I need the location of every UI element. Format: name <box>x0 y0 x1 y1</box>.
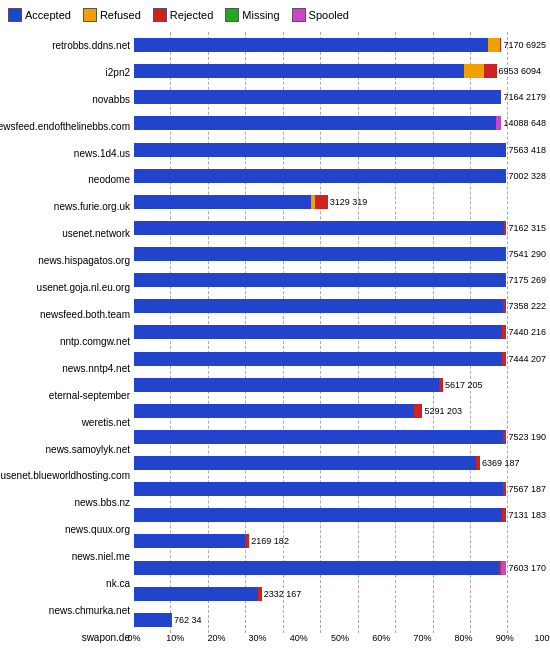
bar-accepted <box>134 90 501 104</box>
x-tick: 60% <box>372 633 390 643</box>
legend-label-rejected: Rejected <box>170 9 213 21</box>
bar-value-label: 3129 319 <box>330 197 368 207</box>
bar-value-label: 7567 187 <box>508 484 546 494</box>
bar-accepted <box>134 587 258 601</box>
bar-value-label: 7164 2179 <box>503 92 546 102</box>
y-label: i2pn2 <box>4 63 134 81</box>
bar-value-label: 6953 6094 <box>499 66 542 76</box>
bar-rejected <box>476 456 480 470</box>
legend-color-spooled <box>292 8 306 22</box>
bar-value-label: 7603 170 <box>508 563 546 573</box>
legend: AcceptedRefusedRejectedMissingSpooled <box>4 8 546 22</box>
bar-rejected <box>315 195 327 209</box>
bar-rejected <box>502 325 506 339</box>
bar-row: 7131 183 <box>134 506 546 524</box>
y-label: news.bbs.nz <box>4 494 134 512</box>
bar-accepted <box>134 613 171 627</box>
x-tick: 50% <box>331 633 349 643</box>
bar-value-label: 762 34 <box>174 615 202 625</box>
bar-rejected <box>505 273 507 287</box>
y-label: retrobbs.ddns.net <box>4 36 134 54</box>
bar-row: 7440 216 <box>134 323 546 341</box>
x-tick: 30% <box>249 633 267 643</box>
bar-rejected <box>503 299 507 313</box>
bar-rejected <box>439 378 443 392</box>
y-label: eternal-september <box>4 386 134 404</box>
bar-row: 7170 6925 <box>134 36 546 54</box>
y-label: news.samoylyk.net <box>4 440 134 458</box>
bar-accepted <box>134 169 506 183</box>
y-label: nntp.comgw.net <box>4 332 134 350</box>
bar-accepted <box>134 221 504 235</box>
bar-row: 7164 2179 <box>134 88 546 106</box>
y-label: usenet.blueworldhosting.com <box>4 467 134 485</box>
bar-value-label: 5617 205 <box>445 380 483 390</box>
legend-item-accepted: Accepted <box>8 8 71 22</box>
bar-row: 7444 207 <box>134 350 546 368</box>
y-label: weretis.net <box>4 413 134 431</box>
legend-item-refused: Refused <box>83 8 141 22</box>
bar-row: 7603 170 <box>134 559 546 577</box>
bar-value-label: 2169 182 <box>251 536 289 546</box>
bar-value-label: 7002 328 <box>508 171 546 181</box>
bar-rejected <box>503 430 507 444</box>
x-tick: 40% <box>290 633 308 643</box>
bar-value-label: 2332 167 <box>264 589 302 599</box>
x-tick: 70% <box>413 633 431 643</box>
bar-value-label: 7131 183 <box>508 510 546 520</box>
chart-container: AcceptedRefusedRejectedMissingSpooled re… <box>0 0 550 655</box>
bar-accepted <box>134 508 502 522</box>
x-axis: 0%10%20%30%40%50%60%70%80%90%100% <box>134 633 546 651</box>
bar-value-label: 7175 269 <box>508 275 546 285</box>
bar-row: 5291 203 <box>134 402 546 420</box>
y-label: nk.ca <box>4 575 134 593</box>
y-label: usenet.goja.nl.eu.org <box>4 279 134 297</box>
y-label: swapon.de <box>4 628 134 646</box>
bar-row: 7541 290 <box>134 245 546 263</box>
bar-row: 6369 187 <box>134 454 546 472</box>
bar-rejected <box>503 482 507 496</box>
bar-value-label: 7444 207 <box>508 354 546 364</box>
bar-spooled <box>496 116 502 130</box>
bar-accepted <box>134 482 503 496</box>
bar-value-label: 7440 216 <box>508 327 546 337</box>
y-label: news.chmurka.net <box>4 601 134 619</box>
y-label: newsfeed.endofthelinebbs.com <box>4 117 134 135</box>
bar-rejected <box>414 404 422 418</box>
bar-value-label: 7162 315 <box>508 223 546 233</box>
bar-accepted <box>134 273 505 287</box>
bar-value-label: 5291 203 <box>424 406 462 416</box>
legend-label-refused: Refused <box>100 9 141 21</box>
bar-accepted <box>134 378 439 392</box>
x-tick: 90% <box>496 633 514 643</box>
bar-row: 6953 6094 <box>134 62 546 80</box>
bar-row: 7523 190 <box>134 428 546 446</box>
bar-accepted <box>134 143 506 157</box>
bar-accepted <box>134 195 311 209</box>
bar-accepted <box>134 404 414 418</box>
bar-value-label: 7523 190 <box>508 432 546 442</box>
legend-label-spooled: Spooled <box>309 9 349 21</box>
bar-accepted <box>134 534 245 548</box>
y-axis: retrobbs.ddns.neti2pn2novabbsnewsfeed.en… <box>4 32 134 651</box>
bar-accepted <box>134 116 496 130</box>
legend-label-missing: Missing <box>242 9 279 21</box>
bar-value-label: 6369 187 <box>482 458 520 468</box>
bar-row: 14088 648 <box>134 114 546 132</box>
y-label: neodome <box>4 171 134 189</box>
bar-accepted <box>134 38 488 52</box>
legend-item-spooled: Spooled <box>292 8 349 22</box>
bar-rejected <box>500 38 502 52</box>
bars-container: 7170 69256953 60947164 217914088 6487563… <box>134 32 546 633</box>
y-label: news.quux.org <box>4 521 134 539</box>
bar-accepted <box>134 64 464 78</box>
x-tick: 0% <box>127 633 140 643</box>
y-label: news.hispagatos.org <box>4 252 134 270</box>
bar-row: 7175 269 <box>134 271 546 289</box>
y-label: news.niel.me <box>4 548 134 566</box>
bar-refused <box>488 38 499 52</box>
bar-accepted <box>134 430 503 444</box>
bar-rejected <box>171 613 172 627</box>
bar-rejected <box>505 247 507 261</box>
bar-row: 5617 205 <box>134 376 546 394</box>
